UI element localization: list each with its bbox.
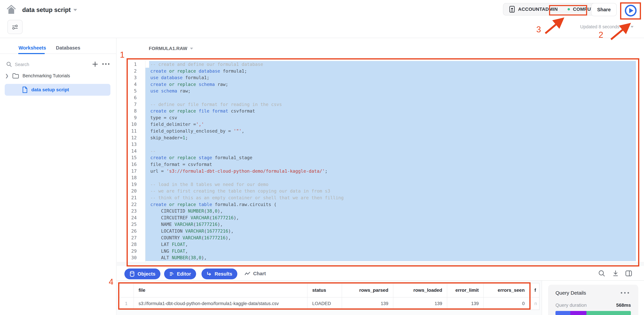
- line-number: 24: [123, 214, 137, 221]
- code-token: -- define our file format for reading in…: [150, 102, 282, 107]
- code-token: 0: [215, 208, 218, 214]
- code-token: stage: [198, 155, 215, 160]
- code-line[interactable]: [146, 141, 636, 148]
- split-panel-button[interactable]: [625, 269, 632, 278]
- code-line[interactable]: create or replace table formula1.raw.cir…: [146, 201, 636, 208]
- sql-editor[interactable]: 1-- create and define our formula1 datab…: [0, 0, 644, 315]
- code-token: VARCHAR: [182, 235, 201, 240]
- code-token: FLOAT: [172, 242, 185, 247]
- line-number: 9: [123, 114, 137, 121]
- code-token: or replace: [169, 202, 199, 207]
- code-token: ,: [185, 242, 188, 247]
- code-line[interactable]: -- we are first creating the table then …: [146, 188, 636, 194]
- code-token: ;: [325, 168, 328, 174]
- code-token: ALT: [150, 255, 172, 260]
- code-line[interactable]: type = csv: [146, 114, 636, 121]
- code-line[interactable]: CIRCUITID NUMBER(38,0),: [146, 208, 636, 214]
- editor-horizontal-scrollbar[interactable]: [117, 262, 644, 266]
- code-line[interactable]: LAT FLOAT,: [146, 241, 636, 248]
- code-token: type = csv: [150, 115, 177, 120]
- code-line[interactable]: create or replace stage formula1_stage: [146, 154, 636, 161]
- table-cell: 139: [342, 297, 393, 309]
- line-number: 12: [123, 134, 137, 141]
- line-number: 19: [123, 181, 137, 188]
- code-line[interactable]: NAME VARCHAR(16777216),: [146, 221, 636, 228]
- code-line[interactable]: -- define our file format for reading in…: [146, 101, 636, 108]
- code-token: VARCHAR: [185, 228, 204, 234]
- code-token: 16777216: [207, 228, 228, 234]
- chart-tab[interactable]: Chart: [244, 271, 266, 276]
- code-token: formula1;: [223, 68, 247, 74]
- editor-button[interactable]: Editor: [164, 268, 196, 279]
- code-line[interactable]: -- think of this as an empty container o…: [146, 194, 636, 201]
- code-token: ),: [226, 235, 231, 240]
- code-token: 16777216: [196, 222, 218, 227]
- code-line[interactable]: use database formula1;: [146, 74, 636, 81]
- code-line[interactable]: url = 's3://formula1-dbt-cloud-python-de…: [146, 168, 636, 174]
- code-line[interactable]: create or replace file format csvformat: [146, 108, 636, 114]
- code-token: ',': [196, 122, 204, 127]
- code-line[interactable]: create or replace database formula1;: [146, 68, 636, 75]
- code-token: raw;: [180, 88, 191, 94]
- code-token: formula1_stage: [215, 155, 252, 160]
- code-token: csvformat: [231, 108, 255, 114]
- chart-label: Chart: [253, 271, 266, 276]
- code-line[interactable]: -- create and define our formula1 databa…: [149, 61, 636, 68]
- code-line[interactable]: --: [146, 148, 636, 154]
- objects-button[interactable]: Objects: [124, 268, 160, 279]
- code-token: -- we are first creating the table then …: [150, 188, 330, 194]
- code-token: create: [150, 82, 169, 87]
- code-token: NUMBER: [172, 255, 188, 260]
- code-token: field_optionally_enclosed_by =: [150, 128, 234, 134]
- code-token: or replace: [169, 108, 199, 114]
- code-token: (: [188, 255, 190, 260]
- search-results-button[interactable]: [598, 269, 606, 278]
- download-results-button[interactable]: [612, 269, 620, 278]
- line-number: 18: [123, 174, 137, 181]
- table-cell: 0: [484, 297, 530, 309]
- code-line[interactable]: skip_header=1;: [146, 134, 636, 141]
- code-token: (: [204, 208, 207, 214]
- code-line[interactable]: field_delimiter =',': [146, 121, 636, 128]
- line-number: 1: [123, 61, 137, 68]
- line-number: 5: [123, 88, 137, 94]
- code-token: (: [204, 228, 207, 234]
- code-line[interactable]: CIRCUITREF VARCHAR(16777216),: [146, 214, 636, 221]
- line-number: 30: [123, 254, 137, 261]
- code-line[interactable]: LOCATION VARCHAR(16777216),: [146, 228, 636, 234]
- code-token: COUNTRY: [150, 235, 182, 240]
- code-line[interactable]: use schema raw;: [146, 88, 636, 94]
- query-details-menu-button[interactable]: [621, 292, 629, 293]
- code-line[interactable]: ALT NUMBER(38,0),: [146, 254, 636, 261]
- code-token: FLOAT: [172, 248, 185, 254]
- results-button[interactable]: Results: [202, 268, 237, 279]
- table-cell: 1: [119, 297, 134, 309]
- database-icon: [130, 271, 135, 277]
- code-token: (: [201, 235, 204, 240]
- table-row[interactable]: 1s3://formula1-dbt-cloud-python-demo/for…: [119, 297, 539, 309]
- code-line[interactable]: LNG FLOAT,: [146, 248, 636, 254]
- code-line[interactable]: [146, 94, 636, 101]
- code-token: use database: [150, 75, 185, 80]
- code-line[interactable]: -- load in the 8 tables we need for our …: [146, 181, 636, 188]
- code-token: 16777216: [212, 215, 234, 220]
- code-line[interactable]: field_optionally_enclosed_by = '"',: [146, 128, 636, 134]
- query-duration-bar: [556, 311, 631, 315]
- line-number: 16: [123, 161, 137, 168]
- code-line[interactable]: file_format = csvformat: [146, 161, 636, 168]
- code-line[interactable]: COUNTRY VARCHAR(16777216),: [146, 234, 636, 241]
- query-duration-label: Query duration: [556, 302, 586, 308]
- line-number: 25: [123, 221, 137, 228]
- code-line[interactable]: create or replace schema raw;: [146, 81, 636, 88]
- duration-bar-segment: [586, 311, 631, 315]
- code-token: formula1;: [185, 75, 210, 80]
- code-token: 0: [198, 255, 201, 260]
- code-token: file format: [198, 108, 231, 114]
- code-token: -- think of this as an empty container o…: [150, 195, 344, 200]
- download-icon: [612, 269, 620, 277]
- table-cell: s3://formula1-dbt-cloud-python-demo/form…: [134, 297, 308, 309]
- code-token: raw;: [218, 82, 228, 87]
- code-line[interactable]: [146, 174, 636, 181]
- line-number: 15: [123, 154, 137, 161]
- code-token: 38: [207, 208, 212, 214]
